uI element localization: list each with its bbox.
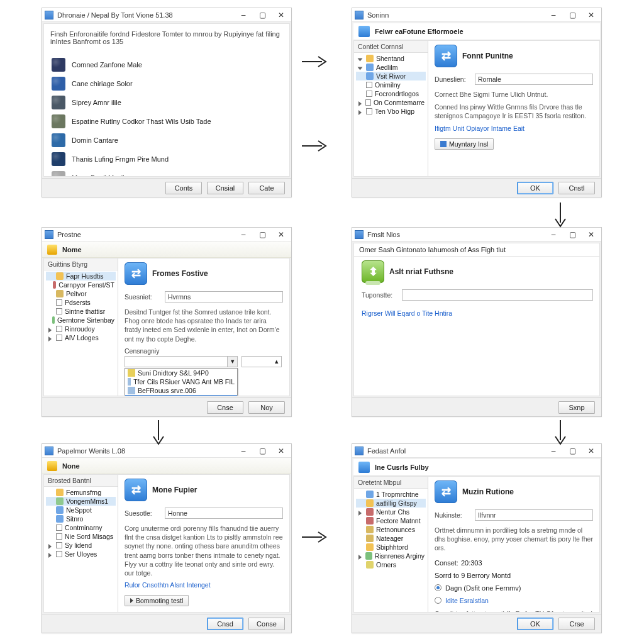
side-tree[interactable]: Fapr HusdtisCarnpyor Fenst/STPeitvorPdse…	[44, 270, 118, 343]
help-link[interactable]: Rigrser Will Eqard o Tite Hntira	[362, 309, 593, 317]
maximize-button[interactable]: ▢	[255, 446, 270, 456]
tree-item[interactable]: Focrondrtlogos	[356, 89, 426, 98]
ok-button[interactable]: Conts	[165, 182, 202, 194]
maximize-button[interactable]: ▢	[565, 230, 580, 240]
ok-button[interactable]: Cnsd	[207, 618, 243, 630]
tool-button[interactable]: Muyntary Insl	[435, 138, 494, 150]
checkbox[interactable]	[56, 299, 62, 306]
desc-input[interactable]	[402, 289, 593, 301]
checkbox[interactable]	[56, 542, 62, 548]
task-item[interactable]: Domin Cantare	[52, 131, 282, 150]
help-link[interactable]: Ifigtm Unit Opiayor Intame Eait	[435, 125, 593, 132]
tree-item[interactable]: Nie Sord Misags	[46, 532, 116, 541]
twisty-icon[interactable]	[358, 109, 364, 114]
ok-button[interactable]: OK	[517, 182, 553, 194]
tree-item[interactable]: Ten Vbo Higp	[356, 107, 426, 116]
tree-item[interactable]: Sy lidend	[46, 541, 116, 550]
tree-item[interactable]: Ser Uloyes	[46, 550, 116, 558]
checkbox[interactable]	[56, 326, 62, 332]
desc-input[interactable]	[165, 291, 283, 303]
maximize-button[interactable]: ▢	[255, 10, 270, 20]
twisty-icon[interactable]	[48, 326, 53, 331]
close-button[interactable]: ✕	[274, 446, 289, 456]
twisty-icon[interactable]	[358, 509, 364, 514]
tree-item[interactable]: Rinroudoy	[46, 325, 116, 333]
checkbox[interactable]	[366, 108, 372, 114]
twisty-icon[interactable]	[358, 100, 363, 105]
tree-item[interactable]: Contminarny	[46, 523, 116, 532]
maximize-button[interactable]: ▢	[255, 230, 270, 240]
combo-aux[interactable]: ▴	[242, 356, 282, 367]
twisty-icon[interactable]	[48, 543, 53, 548]
tree-item[interactable]: Nateager	[356, 534, 426, 543]
checkbox[interactable]	[56, 551, 62, 557]
tree-item[interactable]: Nentur Chs	[356, 508, 426, 516]
checkbox[interactable]	[56, 533, 62, 540]
combo-option[interactable]: BeFRouus srve.006	[125, 386, 237, 395]
close-button[interactable]: ✕	[584, 446, 599, 456]
twisty-icon[interactable]	[48, 335, 53, 340]
desc-input[interactable]	[475, 509, 593, 521]
radio-2-link[interactable]: Idite Esralstlan	[445, 597, 489, 604]
tree-item[interactable]: Carnpyor Fenst/ST	[46, 280, 116, 289]
tree-item[interactable]: NeSppot	[46, 506, 116, 514]
close-button[interactable]: ✕	[584, 10, 599, 20]
minimize-button[interactable]: –	[546, 10, 561, 20]
cancel-button[interactable]: Cnstl	[558, 182, 595, 194]
combo-option[interactable]: Funt Anyhoolishs UtLn10	[125, 395, 237, 396]
tree-item[interactable]: Onimilny	[356, 80, 426, 89]
tool-button[interactable]: Bommoting testl	[125, 595, 189, 606]
cancel-button[interactable]: Crse	[558, 618, 595, 630]
tree-item[interactable]: Aedlilm	[356, 63, 426, 72]
tree-item[interactable]: Fectore Matnnt	[356, 516, 426, 525]
minimize-button[interactable]: –	[236, 446, 251, 456]
twisty-icon[interactable]	[48, 552, 53, 557]
tree-item[interactable]: Retnonunces	[356, 525, 426, 534]
task-item[interactable]: Comned Zanfone Male	[52, 55, 282, 74]
tree-item[interactable]: AlV Ldoges	[46, 333, 116, 342]
combo-input[interactable]	[125, 356, 238, 367]
minimize-button[interactable]: –	[546, 230, 561, 240]
ok-button[interactable]: OK	[517, 618, 553, 630]
task-item[interactable]: Cane chiriage Solor	[52, 74, 282, 93]
tree-item[interactable]: 1 Tropmrchtne	[356, 490, 426, 499]
task-item[interactable]: Thanis Lufing Frngm Pire Mund	[52, 150, 282, 169]
tree-item[interactable]: Orners	[356, 560, 426, 569]
next-button[interactable]: Noy	[248, 401, 285, 414]
tree-item[interactable]: Sintne thattisr	[46, 307, 116, 316]
close-button[interactable]: ✕	[274, 10, 289, 20]
combo-option[interactable]: Suni Dnidtory S&L 94P0	[125, 369, 237, 377]
task-item[interactable]: Espatine Rutlny Codkor Thast Wils Usib T…	[52, 112, 282, 131]
mid-button[interactable]: Cnsial	[207, 182, 243, 194]
combo-box[interactable]: ▾ ▴ Suni Dnidtory S&L 94P0Tfer Cils RSiu…	[125, 356, 283, 367]
radio-1[interactable]	[435, 584, 441, 591]
minimize-button[interactable]: –	[236, 230, 251, 240]
radio-2[interactable]	[435, 597, 441, 604]
tree-item[interactable]: aatlillig Gitspy	[356, 499, 426, 508]
side-tree[interactable]: 1 Tropmrchtneaatlillig GitspyNentur ChsF…	[354, 489, 428, 570]
maximize-button[interactable]: ▢	[565, 10, 580, 20]
tree-item[interactable]: Shentand	[356, 54, 426, 63]
task-item[interactable]: Muse Dunil Maylie	[52, 169, 282, 177]
checkbox[interactable]	[56, 308, 62, 314]
side-tree[interactable]: ShentandAedlilmVsit RiworOnimilnyFocrond…	[354, 53, 428, 117]
combo-drop-button[interactable]: ▾	[227, 357, 237, 367]
checkbox[interactable]	[366, 91, 372, 97]
twisty-icon[interactable]	[358, 56, 364, 61]
close-button[interactable]: ✕	[274, 230, 289, 240]
ok-button[interactable]: Cnse	[207, 401, 243, 414]
tree-item[interactable]: Fapr Husdtis	[46, 272, 116, 280]
tree-item[interactable]: Vsit Riwor	[356, 72, 426, 80]
cancel-button[interactable]: Conse	[248, 618, 285, 630]
side-tree[interactable]: FemunsfrngVongemMms1NeSppotSitnroContmin…	[44, 487, 118, 560]
tree-item[interactable]: Risnrenes Arginy	[356, 552, 426, 560]
twisty-icon[interactable]	[358, 65, 364, 70]
tree-item[interactable]: Sbiphhtord	[356, 543, 426, 552]
tree-item[interactable]: On Conmtemarre	[356, 98, 426, 107]
help-link[interactable]: Rulor Cnsothtn Alsnt Intenget	[125, 581, 283, 589]
cancel-button[interactable]: Cate	[248, 182, 285, 194]
desc-input[interactable]	[165, 508, 283, 519]
twisty-icon[interactable]	[358, 553, 363, 558]
tree-item[interactable]: Femunsfrng	[46, 488, 116, 497]
tree-item[interactable]: Peitvor	[46, 289, 116, 298]
